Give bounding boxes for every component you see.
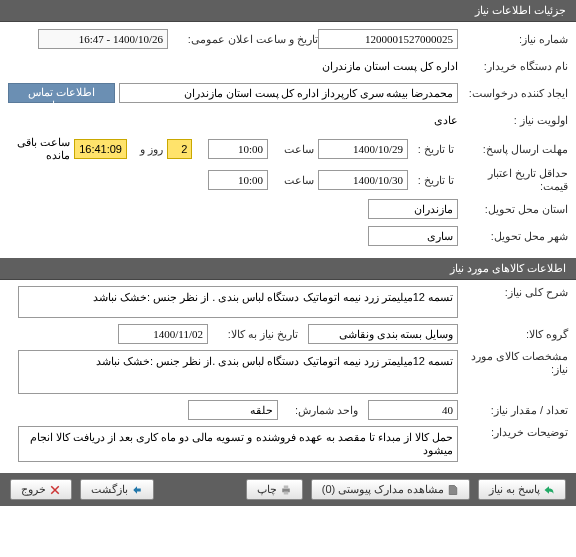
button-exit-label: خروج: [21, 483, 46, 495]
label-to-date-2: تا تاریخ :: [408, 174, 458, 187]
input-qty[interactable]: [368, 400, 458, 420]
label-to-date: تا تاریخ :: [408, 143, 458, 156]
value-priority: عادی: [434, 114, 458, 127]
button-print[interactable]: چاپ: [246, 479, 303, 500]
label-deadline: مهلت ارسال پاسخ:: [458, 143, 568, 156]
textarea-spec[interactable]: تسمه 12میلیمتر زرد نیمه اتوماتیک دستگاه …: [18, 350, 458, 394]
value-days-remain: 2: [167, 139, 193, 159]
label-buyer: نام دستگاه خریدار:: [458, 60, 568, 73]
label-unit: واحد شمارش:: [278, 404, 368, 417]
label-price-valid: حداقل تاریخ اعتبار قیمت:: [458, 167, 568, 193]
label-group: گروه کالا:: [458, 328, 568, 341]
value-time-remain: 16:41:09: [74, 139, 127, 159]
form-goods: شرح کلی نیاز: تسمه 12میلیمتر زرد نیمه ات…: [0, 280, 576, 473]
input-unit[interactable]: [188, 400, 278, 420]
back-icon: [131, 484, 143, 496]
textarea-desc[interactable]: تسمه 12میلیمتر زرد نیمه اتوماتیک دستگاه …: [18, 286, 458, 318]
value-announce: 1400/10/26 - 16:47: [38, 29, 168, 49]
label-remain: ساعت باقی مانده: [8, 136, 74, 162]
input-need-no[interactable]: [318, 29, 458, 49]
button-contact-buyer[interactable]: اطلاعات تماس خریدار: [8, 83, 115, 103]
label-qty: تعداد / مقدار نیاز:: [458, 404, 568, 417]
reply-icon: [543, 484, 555, 496]
label-time-2: ساعت: [268, 174, 318, 187]
button-back-label: بازگشت: [91, 483, 128, 495]
section-header-need-details: جزئیات اطلاعات نیاز: [0, 0, 576, 22]
svg-rect-1: [283, 486, 288, 489]
button-back[interactable]: بازگشت: [80, 479, 154, 500]
button-exit[interactable]: خروج: [10, 479, 72, 500]
button-reply-label: پاسخ به نیاز: [489, 483, 540, 495]
input-price-valid-time[interactable]: [208, 170, 268, 190]
button-reply[interactable]: پاسخ به نیاز: [478, 479, 566, 500]
print-icon: [280, 484, 292, 496]
label-time-1: ساعت: [268, 143, 318, 156]
input-city[interactable]: [368, 226, 458, 246]
input-deadline-date[interactable]: [318, 139, 408, 159]
input-creator[interactable]: [119, 83, 458, 103]
attachment-icon: [447, 484, 459, 496]
footer-toolbar: پاسخ به نیاز مشاهده مدارک پیوستی (0) چاپ…: [0, 473, 576, 506]
label-announce: تاریخ و ساعت اعلان عمومی:: [168, 33, 318, 46]
label-priority: اولویت نیاز :: [458, 114, 568, 127]
label-days: روز و: [127, 143, 167, 156]
input-deadline-time[interactable]: [208, 139, 268, 159]
label-need-no: شماره نیاز:: [458, 33, 568, 46]
input-need-date[interactable]: [118, 324, 208, 344]
label-creator: ایجاد کننده درخواست:: [458, 87, 568, 100]
value-buyer: اداره کل پست استان مازندران: [322, 60, 458, 73]
button-attachments-label: مشاهده مدارک پیوستی (0): [322, 483, 445, 495]
label-need-date: تاریخ نیاز به کالا:: [208, 328, 308, 341]
input-group[interactable]: [308, 324, 458, 344]
label-buyer-note: توضیحات خریدار:: [458, 426, 568, 439]
form-need-details: شماره نیاز: تاریخ و ساعت اعلان عمومی: 14…: [0, 22, 576, 258]
input-price-valid-date[interactable]: [318, 170, 408, 190]
section-header-goods: اطلاعات کالاهای مورد نیاز: [0, 258, 576, 280]
label-desc: شرح کلی نیاز:: [458, 286, 568, 299]
exit-icon: [49, 484, 61, 496]
label-spec: مشخصات کالای مورد نیاز:: [458, 350, 568, 376]
label-city: شهر محل تحویل:: [458, 230, 568, 243]
input-province[interactable]: [368, 199, 458, 219]
textarea-buyer-note[interactable]: حمل کالا از مبداء تا مقصد به عهده فروشند…: [18, 426, 458, 462]
label-province: استان محل تحویل:: [458, 203, 568, 216]
svg-rect-2: [283, 492, 288, 495]
button-print-label: چاپ: [257, 483, 277, 495]
button-attachments[interactable]: مشاهده مدارک پیوستی (0): [311, 479, 470, 500]
